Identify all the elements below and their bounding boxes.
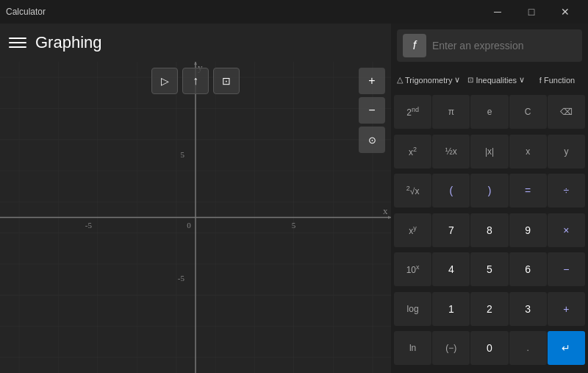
expression-input-row[interactable]: f [397,29,582,62]
share-button[interactable]: ↑ [182,68,209,94]
euler-button[interactable]: e [470,95,508,129]
zoom-in-button[interactable]: + [359,68,385,94]
five-button[interactable]: 5 [470,252,508,286]
multiply-button[interactable]: × [548,213,585,247]
trig-button[interactable]: △ Trigonometry ∨ [394,71,463,89]
graph-header: Graphing [0,24,391,62]
window-controls: ─ □ ✕ [481,0,582,24]
main-content: Graphing [0,24,588,373]
var-y-button[interactable]: y [548,135,585,168]
hamburger-menu[interactable] [9,34,26,51]
app-title: Calculator [6,7,46,17]
inequalities-button[interactable]: ⊡ Inequalities ∨ [465,71,528,89]
close-button[interactable]: ✕ [548,0,582,24]
abs-button[interactable]: |x| [470,135,508,168]
second-button[interactable]: 2nd [394,95,431,129]
svg-text:0: 0 [187,221,191,230]
calc-grid: 2nd π e C ⌫ x2 ½x |x| [391,92,588,373]
sqrt-button[interactable]: 2√x [394,174,431,207]
enter-button[interactable]: ↵ [548,331,585,365]
rparen-button[interactable]: ) [470,174,508,207]
clear-button[interactable]: C [509,95,547,129]
title-bar: Calculator ─ □ ✕ [0,0,588,24]
function-icon: f [403,34,426,57]
ten-power-button[interactable]: 10x [394,252,431,286]
two-button[interactable]: 2 [470,292,508,326]
svg-text:5: 5 [180,150,184,159]
eight-button[interactable]: 8 [470,213,508,247]
var-x-button[interactable]: x [509,135,547,168]
one-button[interactable]: 1 [432,292,470,326]
graph-svg: x y -5 0 5 5 -5 [0,62,391,373]
pointer-tool-button[interactable]: ▷ [151,68,178,94]
maximize-button[interactable]: □ [514,0,548,24]
graph-panel: Graphing [0,24,391,373]
svg-text:x: x [383,206,388,216]
svg-text:-5: -5 [178,274,184,283]
six-button[interactable]: 6 [509,252,547,286]
four-button[interactable]: 4 [432,252,470,286]
minus-button[interactable]: − [548,252,585,286]
svg-text:-5: -5 [85,221,92,230]
negate-button[interactable]: (−) [432,331,470,365]
square-button[interactable]: x2 [394,135,431,168]
seven-button[interactable]: 7 [432,213,470,247]
zero-button[interactable]: 0 [470,331,508,365]
category-bar: △ Trigonometry ∨ ⊡ Inequalities ∨ f Func… [391,68,588,92]
power-button[interactable]: xy [394,213,431,247]
backspace-button[interactable]: ⌫ [548,95,585,129]
svg-text:5: 5 [292,221,296,230]
three-button[interactable]: 3 [509,292,547,326]
minimize-button[interactable]: ─ [481,0,514,24]
divide-button[interactable]: ÷ [548,174,585,207]
equals-button[interactable]: = [509,174,547,207]
graph-controls: + − ⊙ [359,68,385,153]
function-button[interactable]: f Function [529,71,585,89]
plus-button[interactable]: + [548,292,585,326]
calc-panel: f △ Trigonometry ∨ ⊡ Inequalities ∨ f Fu… [391,24,588,373]
log-button[interactable]: log [394,292,431,326]
expression-input[interactable] [432,40,576,51]
ln-button[interactable]: ln [394,331,431,365]
decimal-button[interactable]: . [509,331,547,365]
reciprocal-button[interactable]: ½x [432,135,470,168]
locate-button[interactable]: ⊙ [359,127,385,153]
graph-toolbar: ▷ ↑ ⊡ [151,68,240,94]
pi-button[interactable]: π [432,95,470,129]
zoom-out-button[interactable]: − [359,97,385,124]
page-title: Graphing [35,33,102,52]
graph-area: x y -5 0 5 5 -5 ▷ ↑ [0,62,391,373]
screenshot-button[interactable]: ⊡ [213,68,240,94]
nine-button[interactable]: 9 [509,213,547,247]
lparen-button[interactable]: ( [432,174,470,207]
